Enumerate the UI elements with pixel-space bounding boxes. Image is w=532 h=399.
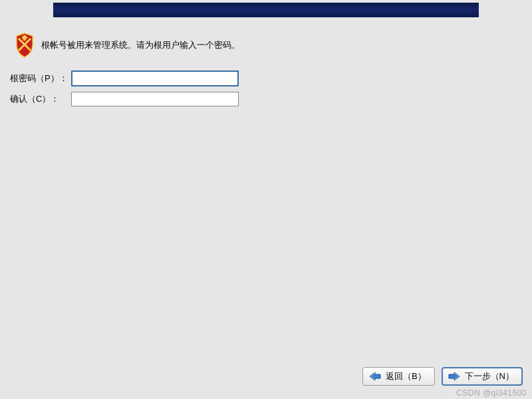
- arrow-left-icon: [368, 371, 382, 382]
- next-button[interactable]: 下一步（N）: [442, 367, 523, 386]
- watermark: CSDN @qi341500: [456, 388, 527, 398]
- confirm-password-input[interactable]: [71, 92, 239, 106]
- root-password-form: 根密码（P）： 确认（C）：: [10, 70, 239, 112]
- instruction-row: 根帐号被用来管理系统。请为根用户输入一个密码。: [15, 32, 240, 59]
- svg-rect-1: [22, 37, 27, 39]
- shield-icon: [15, 32, 35, 59]
- back-button-label: 返回（B）: [386, 370, 426, 382]
- instruction-text: 根帐号被用来管理系统。请为根用户输入一个密码。: [41, 39, 240, 51]
- confirm-row: 确认（C）：: [10, 92, 239, 106]
- root-password-input[interactable]: [71, 70, 239, 86]
- confirm-label: 确认（C）：: [10, 93, 71, 105]
- arrow-right-icon: [448, 371, 461, 382]
- next-button-label: 下一步（N）: [465, 370, 514, 382]
- header-banner: [53, 3, 479, 17]
- password-label: 根密码（P）：: [10, 72, 71, 84]
- password-row: 根密码（P）：: [10, 70, 239, 86]
- back-button[interactable]: 返回（B）: [362, 367, 435, 386]
- navigation-buttons: 返回（B） 下一步（N）: [362, 367, 523, 386]
